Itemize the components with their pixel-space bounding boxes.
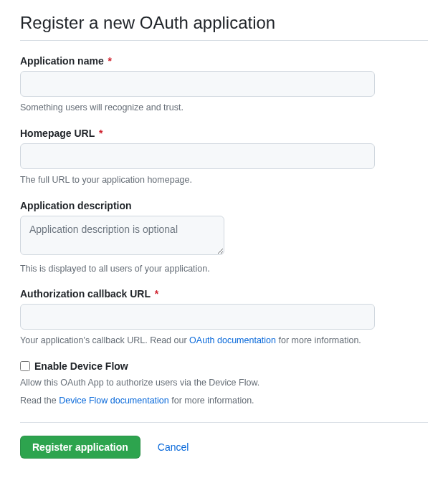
homepage-url-help: The full URL to your application homepag… <box>20 173 428 187</box>
application-description-group: Application description This is displaye… <box>20 200 428 276</box>
callback-url-help: Your application's callback URL. Read ou… <box>20 334 428 348</box>
application-description-label: Application description <box>20 200 428 211</box>
help-text-suffix: for more information. <box>169 396 254 406</box>
homepage-url-label: Homepage URL * <box>20 128 428 139</box>
required-star-icon: * <box>155 288 158 300</box>
device-flow-documentation-link[interactable]: Device Flow documentation <box>59 396 169 406</box>
oauth-documentation-link[interactable]: OAuth documentation <box>189 335 276 345</box>
required-star-icon: * <box>99 128 103 139</box>
required-star-icon: * <box>108 55 112 67</box>
label-text: Application name <box>20 55 104 67</box>
application-name-input[interactable] <box>20 71 375 97</box>
enable-device-flow-label: Enable Device Flow <box>34 360 128 372</box>
label-text: Homepage URL <box>20 128 95 139</box>
device-flow-help-1: Allow this OAuth App to authorize users … <box>20 376 428 390</box>
homepage-url-group: Homepage URL * The full URL to your appl… <box>20 128 428 187</box>
help-text-prefix: Your application's callback URL. Read ou… <box>20 335 189 345</box>
page-title: Register a new OAuth application <box>20 0 428 41</box>
label-text: Authorization callback URL <box>20 288 151 300</box>
help-text-prefix: Read the <box>20 396 59 406</box>
device-flow-help-2: Read the Device Flow documentation for m… <box>20 394 428 408</box>
register-application-button[interactable]: Register application <box>20 436 140 459</box>
help-text-suffix: for more information. <box>276 335 361 345</box>
device-flow-group: Enable Device Flow Allow this OAuth App … <box>20 360 428 408</box>
label-text: Application description <box>20 200 132 211</box>
cancel-link[interactable]: Cancel <box>158 441 189 453</box>
callback-url-label: Authorization callback URL * <box>20 288 428 300</box>
application-name-help: Something users will recognize and trust… <box>20 101 428 115</box>
application-name-label: Application name * <box>20 55 428 67</box>
application-description-help: This is displayed to all users of your a… <box>20 262 428 276</box>
application-name-group: Application name * Something users will … <box>20 55 428 115</box>
callback-url-input[interactable] <box>20 304 375 330</box>
application-description-input[interactable] <box>20 216 224 255</box>
enable-device-flow-checkbox[interactable] <box>20 361 30 371</box>
device-flow-checkbox-row: Enable Device Flow <box>20 360 428 372</box>
homepage-url-input[interactable] <box>20 143 375 169</box>
oauth-register-form: Application name * Something users will … <box>20 55 428 471</box>
callback-url-group: Authorization callback URL * Your applic… <box>20 288 428 348</box>
form-actions: Register application Cancel <box>20 422 428 471</box>
